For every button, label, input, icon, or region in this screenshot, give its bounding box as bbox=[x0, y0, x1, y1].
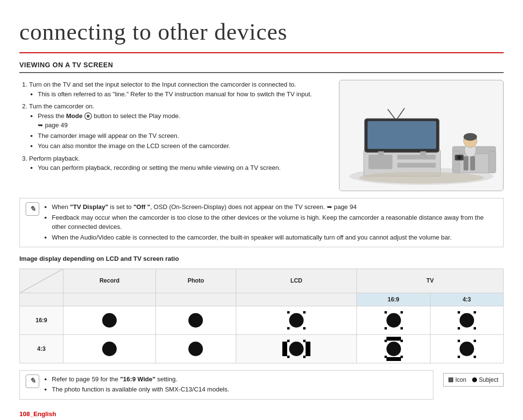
svg-rect-5 bbox=[369, 155, 393, 169]
cell-photo-43 bbox=[156, 334, 236, 363]
corner-br bbox=[474, 327, 476, 330]
legend-subject-item: Subject bbox=[472, 375, 498, 384]
circle-icon bbox=[188, 342, 203, 356]
svg-rect-22 bbox=[470, 156, 475, 171]
circle-icon bbox=[289, 342, 304, 356]
corner-bl bbox=[385, 327, 387, 330]
bottom-note-icon: ✎ bbox=[26, 375, 39, 388]
legend-box: Icon Subject bbox=[443, 373, 504, 387]
corner-bl bbox=[458, 327, 460, 330]
table-subheader-record-empty bbox=[63, 293, 156, 306]
note-item-1: When "TV Display" is set to "Off ", OSD … bbox=[52, 202, 497, 212]
note-icon: ✎ bbox=[26, 202, 39, 216]
tv-illustration-container bbox=[339, 80, 504, 191]
corner-squares-icon bbox=[289, 313, 304, 328]
corner-tl bbox=[385, 340, 387, 342]
table-corner-cell bbox=[20, 269, 63, 293]
subsection-title: Image display depending on LCD and TV sc… bbox=[19, 254, 504, 264]
pillar-right bbox=[306, 342, 310, 356]
main-content: Turn on the TV and set the input selecto… bbox=[19, 80, 504, 191]
corner-squares-icon bbox=[386, 313, 401, 328]
circle-icon bbox=[460, 313, 474, 328]
svg-rect-10 bbox=[378, 151, 384, 155]
cell-lcd-43 bbox=[236, 334, 357, 363]
step-3: Perform playback. You can perform playba… bbox=[29, 154, 329, 173]
corner-tr bbox=[400, 340, 403, 342]
table-subheader-empty bbox=[20, 293, 63, 306]
table-subheader-lcd-empty bbox=[236, 293, 357, 306]
svg-rect-9 bbox=[368, 121, 436, 149]
table-header-tv: TV bbox=[357, 269, 504, 293]
page-ref-49: page 49 bbox=[38, 121, 68, 129]
circle-icon bbox=[386, 313, 401, 328]
note-page-ref-94: page 94 bbox=[327, 203, 357, 210]
table-row: 4:3 bbox=[20, 334, 504, 363]
corner-br bbox=[303, 356, 306, 358]
legend-subject-label: Subject bbox=[479, 375, 498, 384]
bottom-section: ✎ Refer to page 59 for the "16:9 Wide" s… bbox=[19, 370, 504, 406]
cell-tv169-169 bbox=[357, 306, 430, 334]
circle-icon bbox=[460, 342, 474, 356]
svg-line-26 bbox=[20, 269, 62, 293]
corner-squares-icon bbox=[460, 313, 474, 328]
svg-point-24 bbox=[457, 156, 461, 160]
table-subheader-photo-empty bbox=[156, 293, 236, 306]
corner-squares-icon bbox=[386, 342, 401, 356]
ratio-table: Record Photo LCD TV 16:9 4:3 16:9 bbox=[19, 269, 504, 363]
svg-point-1 bbox=[87, 115, 90, 118]
corner-tl bbox=[385, 311, 387, 314]
table-header-lcd: LCD bbox=[236, 269, 357, 293]
diagonal-line-icon bbox=[20, 269, 63, 293]
instructions-area: Turn on the TV and set the input selecto… bbox=[19, 80, 329, 191]
note-content: When "TV Display" is set to "Off ", OSD … bbox=[44, 202, 497, 243]
svg-point-25 bbox=[359, 172, 484, 183]
corner-br bbox=[303, 327, 306, 330]
svg-rect-16 bbox=[452, 151, 460, 173]
corner-tl bbox=[458, 311, 460, 314]
svg-point-20 bbox=[463, 133, 477, 141]
cell-lcd-169 bbox=[236, 306, 357, 334]
circle-icon bbox=[386, 342, 401, 356]
bottom-note-content: Refer to page 59 for the "16:9 Wide" set… bbox=[44, 375, 229, 395]
corner-tr bbox=[303, 340, 306, 342]
svg-rect-11 bbox=[420, 151, 426, 155]
note-item-3: When the Audio/Video cable is connected … bbox=[52, 233, 497, 242]
note-item-2: Feedback may occur when the camcorder is… bbox=[52, 213, 497, 232]
corner-br bbox=[400, 356, 403, 358]
pillar-left bbox=[282, 342, 287, 356]
step-2: Turn the camcorder on. Press the Mode bu… bbox=[29, 102, 329, 151]
step-2-bullet-2: The camorder image will appear on the TV… bbox=[38, 131, 329, 141]
circle-icon bbox=[188, 313, 203, 328]
table-subheader-tv-169: 16:9 bbox=[357, 293, 430, 306]
table-subheader-row: 16:9 4:3 bbox=[20, 293, 504, 306]
corner-tr bbox=[400, 311, 403, 314]
page-number-area: 108_English bbox=[19, 409, 504, 419]
row-label-169: 16:9 bbox=[20, 306, 63, 334]
bottom-note-1: Refer to page 59 for the "16:9 Wide" set… bbox=[52, 375, 229, 384]
legend-subject-circle bbox=[472, 377, 477, 382]
note-box-main: ✎ When "TV Display" is set to "Off ", OS… bbox=[19, 198, 504, 247]
cell-tv43-43 bbox=[430, 334, 503, 363]
table-header-row: Record Photo LCD TV bbox=[20, 269, 504, 293]
corner-tl bbox=[287, 311, 290, 314]
circle-icon bbox=[289, 313, 304, 328]
corner-br bbox=[474, 356, 476, 358]
legend-icon-item: Icon bbox=[448, 375, 466, 384]
table-row: 16:9 bbox=[20, 306, 504, 334]
cell-tv169-43 bbox=[357, 334, 430, 363]
svg-rect-6 bbox=[397, 155, 435, 160]
cell-tv43-169 bbox=[430, 306, 503, 334]
cell-photo-169 bbox=[156, 306, 236, 334]
legend-icon-square bbox=[448, 377, 453, 382]
corner-br bbox=[400, 327, 403, 330]
section-title: VIEWING ON A TV SCREEN bbox=[19, 60, 504, 73]
letterbox-bottom bbox=[386, 357, 401, 361]
legend-icon-label: Icon bbox=[455, 375, 466, 384]
step-2-bullet-3: You can also monitor the image on the LC… bbox=[38, 141, 329, 151]
corner-tl bbox=[458, 340, 460, 342]
table-header-photo: Photo bbox=[156, 269, 236, 293]
cell-record-169 bbox=[63, 306, 156, 334]
table-header-record: Record bbox=[63, 269, 156, 293]
table-subheader-tv-43: 4:3 bbox=[430, 293, 503, 306]
corner-squares-icon bbox=[460, 342, 474, 356]
